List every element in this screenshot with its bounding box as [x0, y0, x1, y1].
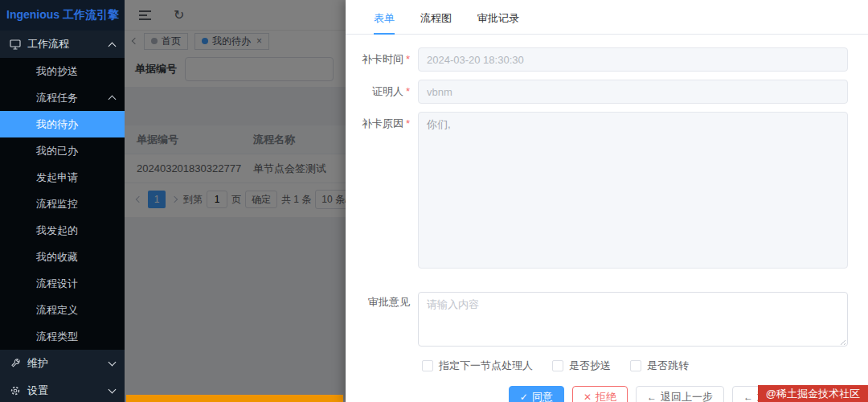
left-arrow-icon: ← [647, 392, 657, 402]
field-row-reason: 补卡原因 你们, [346, 112, 848, 271]
time-label: 补卡时间 [346, 47, 418, 72]
witness-input [418, 80, 848, 104]
sidebar-item-flow-type[interactable]: 流程类型 [0, 323, 125, 350]
sidebar-item-my-initiated[interactable]: 我发起的 [0, 217, 125, 244]
drawer-form: 补卡时间 证明人 补卡原因 你们, 审批意见 [346, 35, 868, 402]
wrench-icon [10, 358, 21, 369]
opinion-label: 审批意见 [346, 285, 418, 349]
sidebar-menu-label: 工作流程 [27, 37, 69, 51]
sidebar-item-flow-tasks[interactable]: 流程任务 [0, 84, 125, 111]
checkbox-label: 是否跳转 [647, 359, 689, 373]
tab-approval-records[interactable]: 审批记录 [477, 11, 519, 34]
witness-label: 证明人 [346, 80, 418, 104]
screen: Ingenious 工作流引擎 工作流程 我的抄送 流程任务 我的待办 我的已办… [0, 0, 868, 402]
sidebar-menu-maintenance[interactable]: 维护 [0, 350, 125, 377]
reason-label: 补卡原因 [346, 112, 418, 271]
sidebar-item-label: 流程设计 [36, 277, 78, 291]
sidebar-item-label: 流程定义 [36, 303, 78, 318]
button-label: 拒绝 [596, 390, 616, 402]
agree-button[interactable]: ✓ 同意 [509, 386, 564, 402]
approval-drawer: 表单 流程图 审批记录 补卡时间 证明人 补卡原因 你们, [346, 0, 868, 402]
reason-textarea: 你们, [418, 112, 848, 269]
check-icon: ✓ [520, 392, 528, 402]
reject-button[interactable]: ✕ 拒绝 [572, 386, 628, 402]
monitor-icon [10, 39, 21, 50]
checkbox-assign-next-handler[interactable]: 指定下一节点处理人 [422, 359, 533, 373]
sidebar-item-label: 我的待办 [36, 117, 78, 132]
watermark: @稀土掘金技术社区 [758, 385, 868, 402]
chevron-down-icon [108, 358, 117, 366]
opinion-textarea[interactable] [418, 292, 848, 347]
sidebar-item-label: 流程类型 [36, 330, 78, 344]
chevron-up-icon [108, 42, 117, 50]
sidebar-item-flow-monitor[interactable]: 流程监控 [0, 191, 125, 217]
button-label: 退回上一步 [661, 390, 713, 402]
sidebar-item-my-done[interactable]: 我的已办 [0, 137, 125, 164]
field-row-time: 补卡时间 [346, 47, 848, 72]
sidebar-item-flow-design[interactable]: 流程设计 [0, 270, 125, 297]
checkbox-icon [422, 360, 433, 371]
field-row-witness: 证明人 [346, 80, 848, 104]
sidebar-item-flow-definition[interactable]: 流程定义 [0, 297, 125, 323]
checkbox-cc[interactable]: 是否抄送 [552, 359, 611, 373]
sidebar-item-label: 我的抄送 [36, 64, 78, 79]
orange-scrollbar [126, 395, 343, 402]
sidebar-item-label: 我发起的 [36, 224, 78, 238]
app-logo: Ingenious 工作流引擎 [0, 0, 125, 31]
time-input [418, 47, 848, 72]
sidebar-item-my-cc[interactable]: 我的抄送 [0, 58, 125, 84]
back-previous-step-button[interactable]: ← 退回上一步 [636, 386, 724, 402]
tab-form[interactable]: 表单 [374, 11, 395, 34]
checkbox-icon [552, 360, 563, 371]
button-label: 同意 [532, 390, 553, 402]
checkbox-row: 指定下一节点处理人 是否抄送 是否跳转 [422, 359, 848, 373]
checkbox-label: 是否抄送 [569, 359, 611, 373]
chevron-up-icon [108, 96, 117, 104]
gear-icon [10, 385, 21, 396]
sidebar-menu-workflow[interactable]: 工作流程 [0, 31, 125, 58]
sidebar-submenu: 我的抄送 流程任务 我的待办 我的已办 发起申请 流程监控 我发起的 我的收藏 … [0, 58, 125, 350]
sidebar-item-start-request[interactable]: 发起申请 [0, 164, 125, 191]
sidebar: Ingenious 工作流引擎 工作流程 我的抄送 流程任务 我的待办 我的已办… [0, 0, 125, 402]
sidebar-menu-label: 设置 [27, 384, 48, 398]
x-icon: ✕ [583, 392, 592, 402]
sidebar-menu-settings[interactable]: 设置 [0, 377, 125, 402]
tab-flow-chart[interactable]: 流程图 [420, 11, 452, 34]
checkbox-icon [630, 360, 641, 371]
drawer-tabs: 表单 流程图 审批记录 [346, 0, 868, 35]
left-arrow-icon: ← [743, 392, 753, 402]
sidebar-item-label: 我的收藏 [36, 250, 78, 265]
sidebar-item-my-todo[interactable]: 我的待办 [0, 111, 125, 137]
sidebar-item-my-favorites[interactable]: 我的收藏 [0, 244, 125, 270]
sidebar-item-label: 流程任务 [36, 91, 78, 105]
sidebar-menu-label: 维护 [27, 356, 48, 371]
chevron-down-icon [108, 385, 117, 393]
checkbox-jump[interactable]: 是否跳转 [630, 359, 689, 373]
field-row-opinion: 审批意见 [346, 285, 848, 349]
checkbox-label: 指定下一节点处理人 [439, 359, 533, 373]
sidebar-item-label: 发起申请 [36, 170, 78, 185]
sidebar-item-label: 流程监控 [36, 197, 78, 211]
sidebar-item-label: 我的已办 [36, 144, 78, 158]
